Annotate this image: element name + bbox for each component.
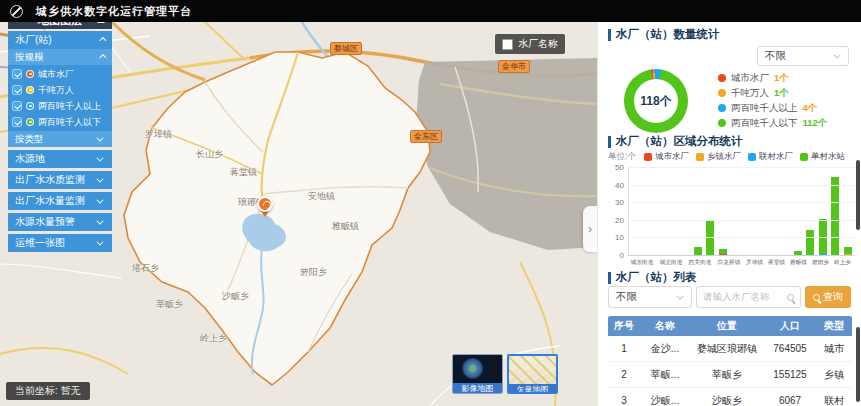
scrollbar-thumb[interactable] (856, 327, 860, 402)
y-tick-label: 0 (620, 251, 624, 260)
grid-line (628, 202, 854, 203)
town-name-label: 岭上乡 (200, 332, 227, 345)
bar-legend-item[interactable]: 联村水厂 (748, 151, 793, 163)
legend-square-icon (696, 153, 704, 161)
bar-legend-item[interactable]: 乡镇水厂 (696, 151, 741, 163)
y-tick-label: 10 (615, 233, 624, 242)
query-button[interactable]: 查询 (805, 286, 851, 308)
sidebar-item-label: 运维一张图 (15, 236, 65, 250)
x-axis-label (765, 258, 766, 266)
table-row[interactable]: 3沙畈...沙畈乡6067联村 (608, 388, 852, 406)
legend-label: 两百吨千人以下 (731, 117, 798, 130)
checkbox-checked-icon[interactable] (12, 117, 22, 127)
plant-name-checkbox[interactable] (502, 39, 513, 50)
layer-checkbox-item[interactable]: 城市水厂 (8, 66, 112, 82)
checkbox-checked-icon[interactable] (12, 69, 22, 79)
plant-name-toggle[interactable]: 水厂名称 (495, 34, 565, 54)
stats-filter-dropdown[interactable]: 不限 (757, 46, 849, 66)
sidebar-item-label: 出厂水水质监测 (15, 173, 85, 187)
table-row[interactable]: 1金沙...婺城区琅琊镇764505城市 (608, 336, 852, 362)
legend-label: 乡镇水厂 (707, 151, 741, 163)
col-header-location: 位置 (690, 319, 764, 333)
chevron-down-icon (97, 154, 104, 161)
checkbox-checked-icon[interactable] (12, 101, 22, 111)
legend-label: 单村水站 (811, 151, 845, 163)
x-axis-label: 西关街道 (689, 258, 712, 266)
legend-dot-icon (718, 74, 726, 82)
sidebar-item-label: 出厂水水量监测 (15, 194, 85, 208)
chevron-down-icon (97, 217, 104, 224)
marker-dot (257, 196, 273, 212)
bar-stack[interactable] (806, 230, 814, 256)
col-header-population: 人口 (764, 319, 816, 333)
x-axis-label (831, 258, 832, 266)
sidebar-item-水源水量预警[interactable]: 水源水量预警 (8, 213, 112, 231)
bar-chart-legend: 城市水厂乡镇水厂联村水厂单村水站 (644, 151, 845, 163)
checkbox-checked-icon[interactable] (12, 85, 22, 95)
plant-name-toggle-label: 水厂名称 (518, 37, 558, 51)
layer-item-label: 两百吨千人以上 (38, 100, 101, 113)
search-icon (813, 294, 820, 301)
map-pin-icon (26, 118, 34, 126)
town-name-label: 罗埠镇 (145, 128, 172, 141)
table-cell: 莘畈乡 (690, 368, 764, 382)
unit-label: 单位:个 (608, 151, 636, 163)
bar-segment-单村水站 (806, 230, 814, 256)
y-tick-label: 50 (615, 163, 624, 172)
chevron-down-icon (834, 51, 841, 58)
x-axis-label: 罗埠镇 (746, 258, 763, 266)
chevron-down-icon (97, 134, 104, 141)
plant-count-donut-chart: 118个 (624, 69, 688, 133)
title-accent-bar (608, 29, 611, 41)
layer-checkbox-item[interactable]: 千吨万人 (8, 82, 112, 98)
donut-center: 118个 (634, 79, 678, 123)
bar-legend-item[interactable]: 城市水厂 (644, 151, 689, 163)
distribution-section-title: 水厂（站）区域分布统计 (608, 134, 743, 149)
plant-name-search-input[interactable]: 请输入水厂名称 (696, 286, 801, 308)
bar-legend-item[interactable]: 单村水站 (800, 151, 845, 163)
layer-item-label: 城市水厂 (38, 68, 74, 81)
panel-collapse-tab[interactable]: › (583, 206, 597, 252)
sidebar-group-by-scale[interactable]: 按规模 (8, 49, 112, 65)
legend-value: 1个 (774, 87, 789, 100)
table-cell: 乡镇 (816, 368, 852, 382)
scrollbar-thumb[interactable] (856, 160, 860, 230)
sidebar-item-出厂水水量监测[interactable]: 出厂水水量监测 (8, 192, 112, 210)
sidebar-item-出厂水水质监测[interactable]: 出厂水水质监测 (8, 171, 112, 189)
bar-stack[interactable] (831, 177, 839, 256)
stats-section-title: 水厂（站）数量统计 (608, 27, 720, 42)
region-distribution-bar-chart: 01020304050 (628, 168, 854, 256)
plant-list-table: 序号 名称 位置 人口 类型 1金沙...婺城区琅琊镇764505城市2莘畈..… (608, 316, 852, 406)
grid-line (628, 220, 854, 221)
x-axis-label: 雅畈镇 (790, 258, 807, 266)
list-controls: 不限 请输入水厂名称 查询 (608, 286, 851, 308)
water-plant-marker[interactable] (257, 196, 273, 218)
basemap-option-imagery[interactable]: 影像地图 (452, 354, 503, 394)
layer-checkbox-item[interactable]: 两百吨千人以下 (8, 114, 112, 130)
layer-checkbox-item[interactable]: 两百吨千人以上 (8, 98, 112, 114)
basemap-option-vector[interactable]: 矢量地图 (507, 354, 558, 394)
map-pin-icon (26, 86, 34, 94)
layer-item-label: 两百吨千人以下 (38, 116, 101, 129)
grid-line (628, 237, 854, 238)
sidebar-group-by-type[interactable]: 按类型 (8, 131, 112, 147)
chevron-down-icon (97, 196, 104, 203)
table-cell: 2 (608, 369, 640, 380)
district-name-badge: 金东区 (410, 130, 442, 143)
x-axis-label (714, 258, 715, 266)
table-row[interactable]: 2莘畈...莘畈乡155125乡镇 (608, 362, 852, 388)
town-name-label: 沙畈乡 (222, 290, 249, 303)
scale-checkbox-list: 城市水厂千吨万人两百吨千人以上两百吨千人以下 (8, 65, 112, 131)
x-axis-label (685, 258, 686, 266)
bar-stack[interactable] (706, 221, 714, 256)
legend-label: 两百吨千人以上 (731, 102, 798, 115)
col-header-type: 类型 (816, 319, 852, 333)
list-filter-dropdown[interactable]: 不限 (608, 286, 692, 308)
x-axis-label (787, 258, 788, 266)
table-cell: 城市 (816, 342, 852, 356)
sidebar-item-水源地[interactable]: 水源地 (8, 150, 112, 168)
sidebar-item-water-plant[interactable]: 水厂(站) (8, 31, 112, 49)
chevron-up-icon (99, 53, 106, 60)
donut-total-label: 118个 (640, 93, 671, 110)
sidebar-item-运维一张图[interactable]: 运维一张图 (8, 234, 112, 252)
